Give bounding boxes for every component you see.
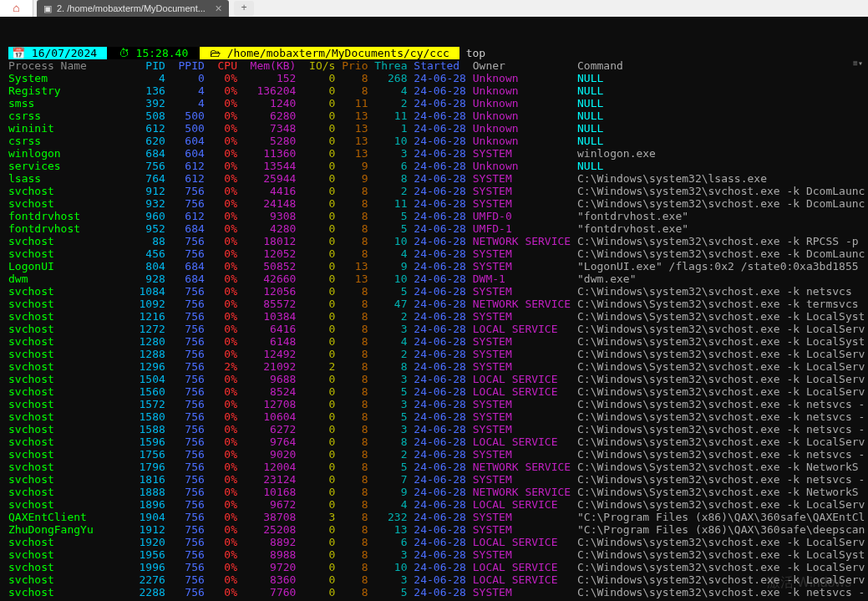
table-row: fontdrvhost 952 684 0% 4280 0 8 5 24-06-… [8,222,868,235]
date-segment: 📅 16/07/2024 [8,47,107,59]
close-icon[interactable]: ✕ [215,3,222,14]
calendar-icon: 📅 [12,47,32,59]
table-row: svchost 1288 756 0% 12492 0 8 2 24-06-28… [8,348,868,360]
table-row: svchost 1580 756 0% 10604 0 8 5 24-06-28… [8,410,868,423]
command-text: top [459,47,485,59]
table-row: csrss 508 500 0% 6280 0 13 11 24-06-28 U… [8,110,868,122]
table-row: svchost 456 756 0% 12052 0 8 4 24-06-28 … [8,247,868,260]
table-row: Registry 136 4 0% 136204 0 8 4 24-06-28 … [8,84,868,97]
table-row: svchost 1296 756 2% 21092 2 8 8 24-06-28… [8,360,868,373]
process-table: Process Name PID PPID CPU Mem(KB) IO/s P… [8,59,868,598]
menu-icon[interactable]: ≡▾ [853,59,863,69]
table-row: wininit 612 500 0% 7348 0 13 1 24-06-28 … [8,122,868,135]
table-row: QAXEntClient 1904 756 0% 38708 3 8 232 2… [8,511,868,523]
table-row: services 756 612 0% 13544 0 9 6 24-06-28… [8,160,868,172]
table-row: svchost 1504 756 0% 9688 0 8 3 24-06-28 … [8,373,868,385]
table-row: svchost 88 756 0% 18012 0 8 10 24-06-28 … [8,235,868,247]
table-row: svchost 1756 756 0% 9020 0 8 2 24-06-28 … [8,448,868,461]
table-row: System 4 0 0% 152 0 8 268 24-06-28 Unkno… [8,72,868,84]
table-row: csrss 620 604 0% 5280 0 13 10 24-06-28 U… [8,135,868,147]
table-row: svchost 1272 756 0% 6416 0 8 3 24-06-28 … [8,323,868,335]
tab-active[interactable]: ▣ 2. /home/mobaxterm/MyDocument... ✕ [37,0,229,17]
table-row: svchost 1956 756 0% 8988 0 8 3 24-06-28 … [8,548,868,561]
table-row: svchost 2288 756 0% 7760 0 8 5 24-06-28 … [8,586,868,598]
table-row: svchost 1796 756 0% 12004 0 8 5 24-06-28… [8,461,868,473]
table-row: svchost 1896 756 0% 9672 0 8 4 24-06-28 … [8,498,868,511]
table-row: svchost 1596 756 0% 9764 0 8 8 24-06-28 … [8,435,868,448]
prompt-line: 📅 16/07/2024 ⏱ 15:28.40 🗁 /home/mobaxter… [8,47,868,59]
table-row: svchost 1888 756 0% 10168 0 8 9 24-06-28… [8,486,868,498]
path-segment: 🗁 /home/mobaxterm/MyDocuments/cy/ccc [200,47,459,59]
table-row: svchost 2276 756 0% 8360 0 8 3 24-06-28 … [8,573,868,586]
table-row: svchost 1280 756 0% 6148 0 8 4 24-06-28 … [8,335,868,348]
table-row: winlogon 684 604 0% 11360 0 13 3 24-06-2… [8,147,868,160]
table-row: svchost 1216 756 0% 10384 0 8 2 24-06-28… [8,310,868,323]
table-row: svchost 932 756 0% 24148 0 8 11 24-06-28… [8,197,868,210]
tab-title: 2. /home/mobaxterm/MyDocument... [57,3,206,13]
table-header: Process Name PID PPID CPU Mem(KB) IO/s P… [8,59,868,72]
table-row: lsass 764 612 0% 25944 0 9 8 24-06-28 SY… [8,172,868,185]
folder-icon: 🗁 [203,47,227,59]
clock-icon: ⏱ [112,47,136,59]
table-row: svchost 1560 756 0% 8524 0 8 5 24-06-28 … [8,385,868,398]
table-row: ZhuDongFangYu 1912 756 0% 25208 0 8 13 2… [8,523,868,536]
table-row: fontdrvhost 960 612 0% 9308 0 8 5 24-06-… [8,210,868,222]
tab-add-button[interactable]: + [234,1,254,16]
time-segment: ⏱ 15:28.40 [107,47,200,59]
table-row: svchost 1092 756 0% 85572 0 8 47 24-06-2… [8,298,868,310]
terminal-icon: ▣ [43,3,52,14]
table-row: svchost 1920 756 0% 8892 0 8 6 24-06-28 … [8,536,868,548]
terminal-area[interactable]: ≡▾ 📅 16/07/2024 ⏱ 15:28.40 🗁 /home/mobax… [0,47,868,598]
table-row: smss 392 4 0% 1240 0 11 2 24-06-28 Unkno… [8,97,868,110]
table-row: svchost 1588 756 0% 6272 0 8 3 24-06-28 … [8,423,868,435]
table-row: svchost 1572 756 0% 12708 0 8 3 24-06-28… [8,398,868,410]
table-row: svchost 912 756 0% 4416 0 8 2 24-06-28 S… [8,185,868,197]
titlebar: ⌂ ▣ 2. /home/mobaxterm/MyDocument... ✕ + [0,0,868,17]
table-row: svchost 1816 756 0% 23124 0 8 7 24-06-28… [8,473,868,486]
table-row: svchost 1996 756 0% 9720 0 8 10 24-06-28… [8,561,868,573]
table-row: svchost 1084 756 0% 12056 0 8 5 24-06-28… [8,285,868,298]
table-row: LogonUI 804 684 0% 50852 0 13 9 24-06-28… [8,260,868,272]
home-icon[interactable]: ⌂ [0,0,33,17]
table-row: dwm 928 684 0% 42660 0 13 10 24-06-28 DW… [8,272,868,285]
